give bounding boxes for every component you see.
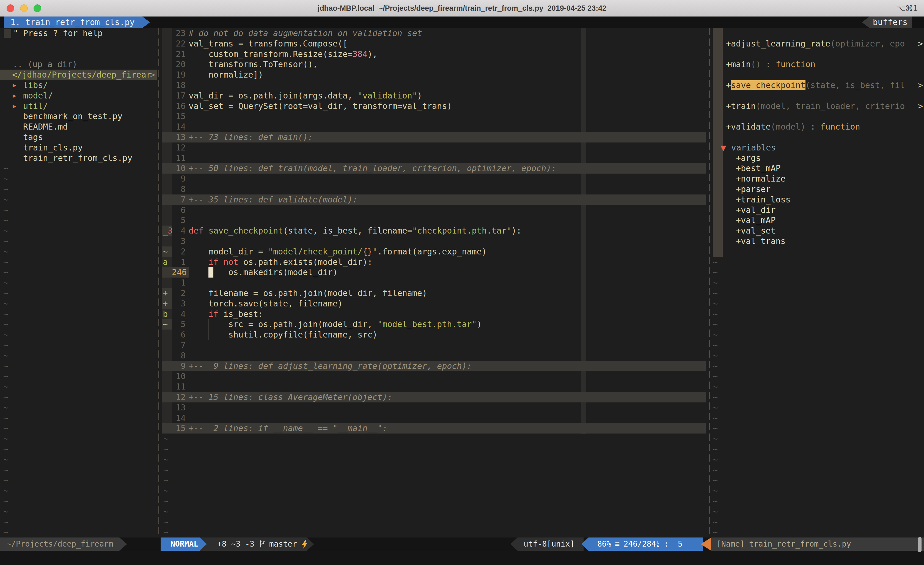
command-line[interactable]	[0, 551, 924, 565]
tree-root-path[interactable]: </jdhao/Projects/deep_firear>	[0, 70, 157, 80]
code-fold-line[interactable]: 15+-- 2 lines: if __name__ == "__main__"…	[162, 423, 706, 434]
titlebar: jdhao-MBP.local ~/Projects/deep_firearm/…	[0, 0, 924, 17]
code-line[interactable]: a1 if not os.path.exists(model_dir):	[162, 257, 706, 267]
zoom-button[interactable]	[33, 5, 41, 12]
tree-item-benchmark_on_testpy[interactable]: benchmark_on_test.py	[0, 111, 157, 122]
tree-empty-line: ~	[0, 403, 157, 413]
current-line-number: 246	[172, 267, 186, 278]
code-line[interactable]: +2 filename = os.path.join(model_dir, fi…	[162, 288, 706, 299]
tag-item-normalize[interactable]: +normalize	[712, 174, 924, 184]
code-line[interactable]: 11	[162, 382, 706, 392]
code-line[interactable]: 14	[162, 413, 706, 423]
code-line[interactable]: 9	[162, 174, 706, 184]
code-line[interactable]: 10	[162, 371, 706, 382]
tag-item-val_trans[interactable]: +val_trans	[712, 236, 924, 246]
tree-item-model[interactable]: ▸model/	[0, 90, 157, 101]
code-line[interactable]: 3	[162, 236, 706, 246]
window-separator[interactable]	[709, 28, 710, 538]
tag-item-adjust_learning_rate[interactable]: +adjust_learning_rate(optimizer, epo>	[712, 39, 924, 49]
code-line[interactable]: 7	[162, 340, 706, 350]
tagbar-pane[interactable]: +adjust_learning_rate(optimizer, epo>+ma…	[712, 28, 924, 538]
tag-item-best_mAP[interactable]: +best_mAP	[712, 163, 924, 174]
tag-item-validate[interactable]: +validate(model) : function	[712, 122, 924, 132]
line-number: 21	[172, 49, 186, 59]
cursor	[208, 267, 213, 278]
tag-item-val_dir[interactable]: +val_dir	[712, 205, 924, 215]
tree-empty-line: ~	[0, 423, 157, 434]
tree-empty-line: ~	[0, 329, 157, 340]
sign-column	[162, 143, 172, 153]
code-line[interactable]: 6	[162, 205, 706, 215]
tree-item-READMEmd[interactable]: README.md	[0, 122, 157, 132]
sign-column	[162, 184, 172, 194]
code-line[interactable]: 11	[162, 153, 706, 164]
code-line[interactable]: 20 transforms.ToTensor(),	[162, 59, 706, 70]
nerdtree-pane[interactable]: " Press ? for help.. (up a dir)</jdhao/P…	[0, 28, 157, 538]
code-line[interactable]: 6 shutil.copyfile(filename, src)	[162, 329, 706, 340]
code-fold-line[interactable]: 13+-- 73 lines: def main():	[162, 132, 706, 143]
tree-item-train_retr_from_clspy[interactable]: train_retr_from_cls.py	[0, 153, 157, 164]
tag-item-val_set[interactable]: +val_set	[712, 225, 924, 236]
editor-empty-line: ~	[162, 444, 706, 454]
buffers-tab[interactable]: buffers	[862, 17, 912, 28]
tree-blank-line	[0, 49, 157, 59]
code-line[interactable]: 16val_set = QuerySet(root=val_dir, trans…	[162, 101, 706, 111]
code-line[interactable]: 12	[162, 143, 706, 153]
tagbar-empty-line: ~	[712, 288, 924, 299]
code-line[interactable]: 21 custom_transform.Resize(size=384),	[162, 49, 706, 59]
code-line[interactable]: 8	[162, 350, 706, 361]
code-line[interactable]: 8	[162, 184, 706, 194]
tree-item-util[interactable]: ▸util/	[0, 101, 157, 111]
code-line[interactable]: b4 if is_best:	[162, 309, 706, 319]
tree-help-line[interactable]: " Press ? for help	[0, 28, 157, 39]
tree-blank-line	[0, 39, 157, 49]
statusline-mode: NORMAL	[160, 538, 207, 551]
tag-item-train_loss[interactable]: +train_loss	[712, 194, 924, 205]
tag-item-args[interactable]: +args	[712, 153, 924, 164]
code-line[interactable]: 22val_trans = transforms.Compose([	[162, 39, 706, 49]
code-line[interactable]: 18	[162, 80, 706, 90]
tag-item-save_checkpoint[interactable]: +save_checkpoint(state, is_best, fil>	[712, 80, 924, 90]
code-line[interactable]: 17val_dir = os.path.join(args.data, "val…	[162, 90, 706, 101]
code-line[interactable]: 5	[162, 215, 706, 225]
sign-column	[162, 215, 172, 225]
tag-item-train[interactable]: +train(model, train_loader, criterio>	[712, 101, 924, 111]
code-line[interactable]: ~5 src = os.path.join(model_dir, "model_…	[162, 319, 706, 329]
tag-item-main[interactable]: +main() : function	[712, 59, 924, 70]
code-line[interactable]: 13	[162, 403, 706, 413]
tagbar-empty-line: ~	[712, 382, 924, 392]
tree-item-libs[interactable]: ▸libs/	[0, 80, 157, 90]
window-separator[interactable]	[158, 28, 159, 538]
code-fold-line[interactable]: 12+-- 15 lines: class AverageMeter(objec…	[162, 392, 706, 403]
close-button[interactable]	[7, 5, 14, 12]
scrollbar-thumb[interactable]	[918, 537, 921, 552]
code-fold-line[interactable]: 9+-- 9 lines: def adjust_learning_rate(o…	[162, 361, 706, 371]
sign-column	[162, 80, 172, 90]
code-line[interactable]: 19 normalize])	[162, 70, 706, 80]
code-line[interactable]: ~2 model_dir = "model/check_point/{}".fo…	[162, 246, 706, 257]
code-line[interactable]: _34def save_checkpoint(state, is_best, f…	[162, 225, 706, 236]
code-line[interactable]: +3 torch.save(state, filename)	[162, 299, 706, 309]
editor-empty-line: ~	[162, 527, 706, 538]
code-line[interactable]: 15	[162, 111, 706, 122]
code-line[interactable]: 1	[162, 278, 706, 288]
code-line[interactable]: 23# do not do data augmentation on valid…	[162, 28, 706, 39]
tree-item-train_clspy[interactable]: train_cls.py	[0, 143, 157, 153]
tree-up-dir[interactable]: .. (up a dir)	[0, 59, 157, 70]
code-line[interactable]: 14	[162, 122, 706, 132]
tab-active-buffer[interactable]: 1. train_retr_from_cls.py	[4, 17, 150, 28]
tag-section-variables[interactable]: ▼ variables	[712, 143, 924, 153]
tree-empty-line: ~	[0, 205, 157, 215]
tree-item-tags[interactable]: tags	[0, 132, 157, 143]
line-number: 13	[172, 403, 186, 413]
statusline-nerdtree-path: ~/Projects/deep_firearm	[0, 538, 127, 551]
code-fold-line[interactable]: 7+-- 35 lines: def validate(model):	[162, 194, 706, 205]
tag-item-val_mAP[interactable]: +val_mAP	[712, 215, 924, 225]
code-fold-line[interactable]: 10+-- 50 lines: def train(model, train_l…	[162, 163, 706, 174]
tag-item-parser[interactable]: +parser	[712, 184, 924, 194]
code-line[interactable]: 246 os.makedirs(model_dir)	[162, 267, 706, 278]
line-number: 15	[172, 111, 186, 122]
minimize-button[interactable]	[20, 5, 28, 12]
sign-column	[162, 329, 172, 340]
editor-pane[interactable]: 23# do not do data augmentation on valid…	[162, 28, 706, 538]
